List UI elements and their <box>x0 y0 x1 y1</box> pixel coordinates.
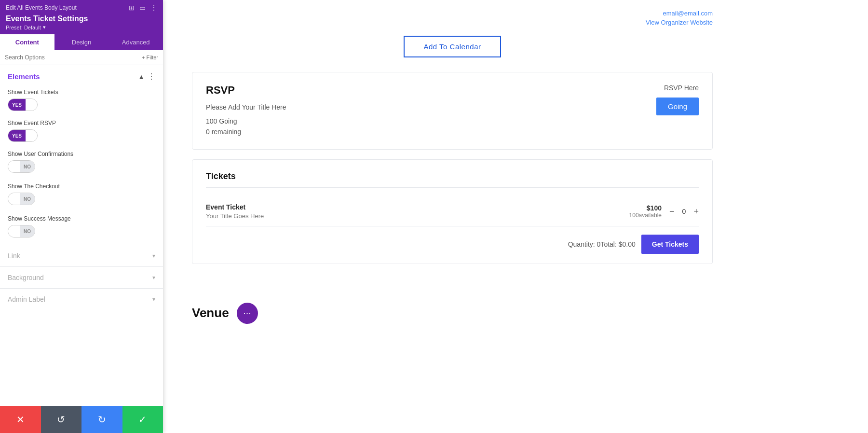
breadcrumb: Edit All Events Body Layout <box>6 4 77 11</box>
content-area: email@email.com View Organizer Website A… <box>163 0 742 293</box>
tab-content[interactable]: Content <box>0 34 54 50</box>
elements-more-icon[interactable]: ⋮ <box>148 72 155 81</box>
more-icon[interactable]: ⋮ <box>150 4 157 12</box>
toggle-no-label: NO <box>20 225 35 237</box>
toggle-no-label: NO <box>20 161 35 172</box>
undo-button[interactable]: ↺ <box>41 406 82 433</box>
ticket-price-area: $100 100available − 0 + <box>629 204 699 219</box>
preset-arrow-icon: ▾ <box>43 24 46 30</box>
qty-plus-button[interactable]: + <box>693 207 699 216</box>
rsvp-remaining: 0 remaining <box>206 126 631 137</box>
get-tickets-button[interactable]: Get Tickets <box>641 235 699 254</box>
toggle-knob <box>26 99 37 111</box>
organizer-links: email@email.com View Organizer Website <box>192 10 713 26</box>
rsvp-right: RSVP Here Going <box>631 84 699 115</box>
tickets-title: Tickets <box>206 171 699 188</box>
show-event-rsvp-toggle[interactable]: YES <box>8 129 38 142</box>
elements-section-header: Elements ▲ ⋮ <box>0 65 163 86</box>
columns-icon[interactable]: ▭ <box>139 4 146 12</box>
toggle-off-knob <box>8 225 20 237</box>
close-button[interactable]: ✕ <box>0 406 41 433</box>
background-section[interactable]: Background ▾ <box>0 266 163 288</box>
panel-header-icons: ⊞ ▭ ⋮ <box>129 4 157 12</box>
tab-advanced[interactable]: Advanced <box>108 34 163 50</box>
show-user-confirmations-toggle[interactable]: NO <box>8 160 35 173</box>
rsvp-left: RSVP Please Add Your Title Here 100 Goin… <box>206 84 631 138</box>
going-button[interactable]: Going <box>656 98 699 115</box>
show-checkout-toggle[interactable]: NO <box>8 193 35 205</box>
rsvp-card: RSVP Please Add Your Title Here 100 Goin… <box>192 72 713 150</box>
show-success-message-toggle[interactable]: NO <box>8 225 35 237</box>
panel-header: Edit All Events Body Layout ⊞ ▭ ⋮ Events… <box>0 0 163 34</box>
panel-search-bar: + Filter <box>0 50 163 65</box>
show-success-message-row: Show Success Message NO <box>0 212 163 245</box>
venue-dots-button[interactable]: ··· <box>237 303 258 324</box>
right-area: email@email.com View Organizer Website A… <box>163 0 868 433</box>
ticket-price-info: $100 100available <box>629 204 662 219</box>
qty-minus-button[interactable]: − <box>669 207 675 216</box>
venue-dots-icon: ··· <box>243 307 251 319</box>
toggle-off-knob <box>8 161 20 172</box>
expand-icon[interactable]: ⊞ <box>129 4 135 12</box>
venue-title: Venue <box>192 306 229 321</box>
admin-label-section-title: Admin Label <box>8 295 45 303</box>
admin-label-section[interactable]: Admin Label ▾ <box>0 288 163 310</box>
save-button[interactable]: ✓ <box>122 406 163 433</box>
panel-title: Events Ticket Settings <box>6 14 157 23</box>
toggle-knob <box>26 130 37 141</box>
show-user-confirmations-label: Show User Confirmations <box>8 151 155 157</box>
background-section-title: Background <box>8 274 44 281</box>
elements-section-title: Elements <box>8 72 40 81</box>
background-chevron-icon: ▾ <box>152 274 155 281</box>
toggle-yes-label: YES <box>8 130 26 141</box>
tab-design[interactable]: Design <box>54 34 109 50</box>
ticket-subtitle: Your Title Goes Here <box>206 212 629 220</box>
ticket-price: $100 <box>629 204 662 212</box>
tickets-card: Tickets Event Ticket Your Title Goes Her… <box>192 159 713 264</box>
rsvp-here-label: RSVP Here <box>664 84 699 92</box>
ticket-qty-control: − 0 + <box>669 207 699 216</box>
rsvp-title: RSVP <box>206 84 631 97</box>
elements-collapse-icon[interactable]: ▲ <box>138 73 145 81</box>
link-section[interactable]: Link ▾ <box>0 245 163 266</box>
link-chevron-icon: ▾ <box>152 252 155 259</box>
show-event-tickets-toggle[interactable]: YES <box>8 98 38 111</box>
rsvp-going-count: 100 Going <box>206 116 631 126</box>
show-event-rsvp-row: Show Event RSVP YES <box>0 117 163 148</box>
filter-button[interactable]: + Filter <box>142 55 158 60</box>
toggle-yes-label: YES <box>8 99 26 111</box>
organizer-email-link[interactable]: email@email.com <box>192 10 713 17</box>
ticket-name: Event Ticket <box>206 203 629 211</box>
show-success-message-label: Show Success Message <box>8 215 155 222</box>
show-event-rsvp-label: Show Event RSVP <box>8 120 155 126</box>
panel-bottom-bar: ✕ ↺ ↻ ✓ <box>0 406 163 433</box>
show-event-tickets-row: Show Event Tickets YES <box>0 86 163 117</box>
show-user-confirmations-row: Show User Confirmations NO <box>0 148 163 180</box>
qty-value: 0 <box>679 208 689 215</box>
left-panel: Edit All Events Body Layout ⊞ ▭ ⋮ Events… <box>0 0 163 433</box>
panel-content: Elements ▲ ⋮ Show Event Tickets YES Show… <box>0 65 163 433</box>
search-input[interactable] <box>5 54 139 61</box>
ticket-row: Event Ticket Your Title Goes Here $100 1… <box>206 196 699 227</box>
show-event-tickets-label: Show Event Tickets <box>8 89 155 96</box>
ticket-info: Event Ticket Your Title Goes Here <box>206 203 629 220</box>
toggle-off-knob <box>8 193 20 205</box>
tickets-footer: Quantity: 0Total: $0.00 Get Tickets <box>206 227 699 254</box>
calendar-btn-wrapper: Add To Calendar <box>192 36 713 57</box>
panel-preset[interactable]: Preset: Default ▾ <box>6 24 157 30</box>
show-checkout-row: Show The Checkout NO <box>0 180 163 212</box>
toggle-no-label: NO <box>20 193 35 205</box>
venue-section: Venue ··· <box>163 293 868 334</box>
show-checkout-label: Show The Checkout <box>8 183 155 190</box>
panel-tabs: Content Design Advanced <box>0 34 163 50</box>
redo-button[interactable]: ↻ <box>81 406 122 433</box>
ticket-availability: 100available <box>629 212 662 219</box>
admin-label-chevron-icon: ▾ <box>152 296 155 303</box>
link-section-title: Link <box>8 252 20 260</box>
tickets-total-label: Quantity: 0Total: $0.00 <box>568 240 636 248</box>
organizer-website-link[interactable]: View Organizer Website <box>192 19 713 26</box>
rsvp-subtitle: Please Add Your Title Here <box>206 103 631 111</box>
section-controls: ▲ ⋮ <box>138 72 155 81</box>
add-to-calendar-button[interactable]: Add To Calendar <box>404 36 502 57</box>
